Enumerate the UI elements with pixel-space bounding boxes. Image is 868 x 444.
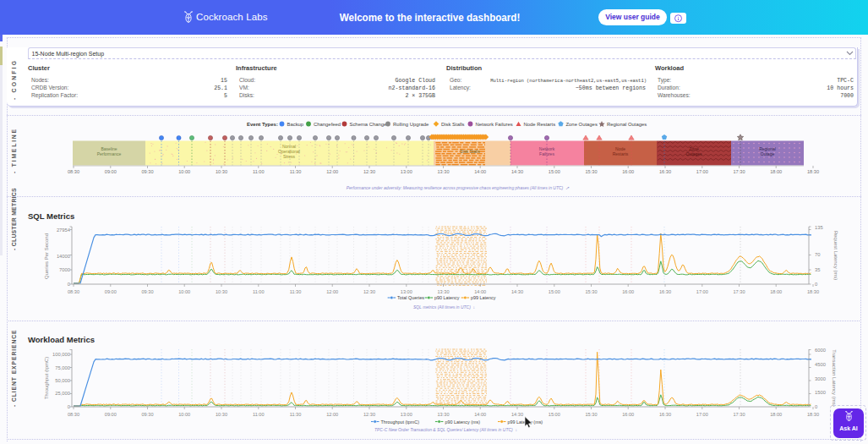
svg-text:18:00: 18:00: [770, 289, 782, 294]
svg-text:Throughput (tpmC): Throughput (tpmC): [381, 419, 420, 425]
svg-text:11:30: 11:30: [290, 169, 302, 174]
svg-text:13:30: 13:30: [438, 412, 450, 417]
svg-text:12:30: 12:30: [363, 412, 375, 417]
svg-text:14:00: 14:00: [474, 289, 486, 294]
svg-text:50,000: 50,000: [55, 378, 70, 383]
svg-text:35: 35: [815, 267, 820, 272]
svg-text:27954: 27954: [57, 227, 71, 233]
svg-text:13:00: 13:00: [401, 289, 412, 294]
svg-text:Request Latency (ms): Request Latency (ms): [833, 231, 838, 281]
svg-text:10:00: 10:00: [178, 289, 190, 294]
svg-text:12:30: 12:30: [363, 169, 375, 174]
svg-text:15:00: 15:00: [549, 412, 560, 417]
svg-text:Backup: Backup: [287, 122, 304, 127]
svg-text:11:00: 11:00: [253, 412, 265, 417]
svg-text:11:00: 11:00: [253, 169, 265, 174]
svg-text:Zone Outages: Zone Outages: [566, 122, 598, 127]
svg-text:11:30: 11:30: [290, 412, 302, 417]
svg-text:Total Queries: Total Queries: [397, 295, 424, 300]
svg-text:16:30: 16:30: [659, 289, 671, 294]
svg-text:7000: 7000: [59, 267, 70, 272]
svg-text:Node Restarts: Node Restarts: [524, 122, 556, 127]
svg-text:12:00: 12:00: [326, 289, 338, 294]
svg-text:16:30: 16:30: [659, 412, 671, 417]
svg-text:10:30: 10:30: [216, 289, 227, 294]
svg-text:16:30: 16:30: [659, 169, 671, 174]
svg-text:18:30: 18:30: [807, 169, 819, 174]
svg-text:100,000: 100,000: [52, 352, 70, 357]
svg-text:Disk Stalls: Disk Stalls: [441, 122, 465, 127]
svg-text:Changefeed: Changefeed: [314, 122, 341, 127]
svg-text:17:00: 17:00: [696, 412, 708, 417]
svg-text:09:30: 09:30: [142, 169, 154, 174]
svg-text:Network Failures: Network Failures: [476, 122, 513, 127]
svg-text:p90 Latency (ms): p90 Latency (ms): [445, 419, 480, 425]
svg-text:Failures: Failures: [539, 151, 554, 156]
svg-text:0: 0: [815, 282, 817, 287]
svg-text:75,000: 75,000: [55, 365, 70, 370]
svg-text:12:00: 12:00: [326, 169, 338, 174]
svg-text:135: 135: [815, 225, 823, 230]
svg-text:18:30: 18:30: [807, 412, 819, 417]
svg-text:10:30: 10:30: [216, 169, 227, 174]
svg-text:14:30: 14:30: [511, 169, 523, 174]
svg-text:17:30: 17:30: [734, 169, 745, 174]
svg-text:1500: 1500: [815, 390, 826, 395]
svg-text:08:30: 08:30: [68, 289, 79, 294]
svg-text:10:00: 10:00: [178, 169, 190, 174]
svg-text:17:00: 17:00: [696, 169, 708, 174]
svg-text:10:00: 10:00: [178, 412, 190, 417]
svg-text:12:30: 12:30: [363, 289, 375, 294]
svg-text:14000: 14000: [57, 254, 70, 259]
svg-text:Restarts: Restarts: [613, 151, 629, 156]
svg-text:Performance: Performance: [97, 151, 122, 156]
svg-text:15:00: 15:00: [549, 169, 560, 174]
svg-text:Stress: Stress: [283, 154, 296, 159]
svg-text:10:30: 10:30: [216, 412, 227, 417]
svg-text:13:00: 13:00: [401, 169, 412, 174]
svg-text:09:00: 09:00: [105, 169, 117, 174]
svg-text:17:00: 17:00: [696, 289, 708, 294]
svg-text:3000: 3000: [815, 376, 826, 381]
svg-text:0: 0: [68, 404, 70, 409]
svg-text:11:30: 11:30: [290, 289, 302, 294]
svg-text:25,000: 25,000: [55, 391, 70, 396]
svg-text:Event Types:: Event Types:: [247, 122, 278, 127]
svg-text:13:30: 13:30: [438, 169, 450, 174]
svg-text:Regional Outages: Regional Outages: [607, 122, 647, 127]
svg-text:17:30: 17:30: [734, 412, 745, 417]
svg-text:Outages: Outages: [686, 151, 702, 156]
svg-text:14:00: 14:00: [474, 412, 486, 417]
svg-text:18:30: 18:30: [807, 289, 819, 294]
svg-text:Disk Stalls: Disk Stalls: [460, 149, 480, 154]
svg-text:p99 Latency: p99 Latency: [471, 295, 496, 300]
svg-text:15:30: 15:30: [586, 289, 598, 294]
svg-text:16:00: 16:00: [622, 169, 634, 174]
svg-text:18:00: 18:00: [770, 412, 782, 417]
svg-text:13:30: 13:30: [438, 289, 450, 294]
svg-text:18:00: 18:00: [770, 169, 782, 174]
svg-text:09:30: 09:30: [142, 412, 154, 417]
svg-text:Throughput (tpmC): Throughput (tpmC): [44, 357, 49, 400]
svg-text:14:30: 14:30: [511, 412, 523, 417]
svg-text:15:30: 15:30: [586, 412, 598, 417]
svg-text:08:30: 08:30: [68, 412, 79, 417]
svg-text:12:00: 12:00: [326, 412, 338, 417]
svg-text:15:00: 15:00: [549, 289, 560, 294]
svg-text:09:30: 09:30: [142, 289, 154, 294]
svg-text:08:30: 08:30: [68, 169, 79, 174]
svg-text:Schema Change: Schema Change: [350, 122, 388, 127]
svg-text:17:30: 17:30: [734, 289, 745, 294]
svg-text:Transaction Latency (ms): Transaction Latency (ms): [832, 349, 837, 406]
svg-text:13:00: 13:00: [401, 412, 412, 417]
svg-text:14:00: 14:00: [474, 169, 486, 174]
svg-text:6000: 6000: [815, 348, 826, 353]
svg-text:0: 0: [68, 282, 70, 287]
svg-text:16:00: 16:00: [622, 289, 634, 294]
svg-text:09:00: 09:00: [105, 289, 117, 294]
svg-text:Rolling Upgrade: Rolling Upgrade: [393, 122, 429, 127]
svg-text:15:30: 15:30: [586, 169, 598, 174]
svg-text:14:30: 14:30: [511, 289, 523, 294]
svg-text:70: 70: [815, 252, 820, 257]
svg-text:p90 Latency: p90 Latency: [434, 295, 460, 300]
